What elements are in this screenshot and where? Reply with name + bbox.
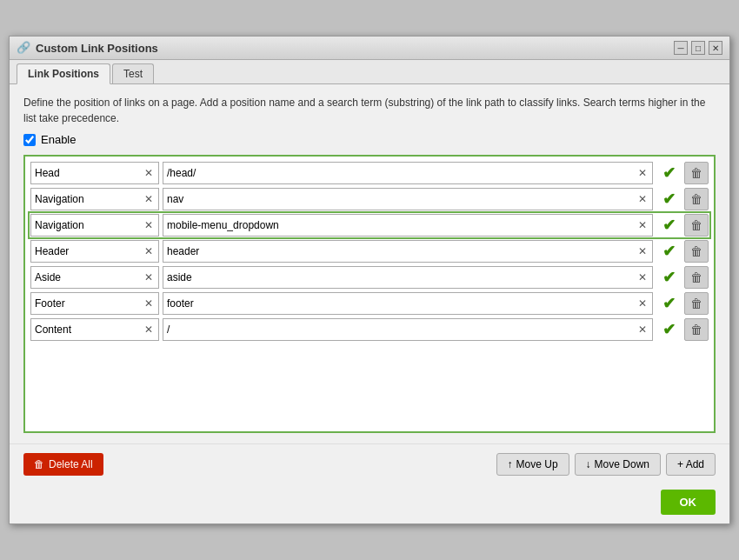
name-input-wrapper: ✕: [30, 162, 159, 184]
delete-row-button[interactable]: 🗑: [684, 266, 709, 289]
confirm-button[interactable]: ✔: [656, 266, 681, 289]
ok-bar: OK: [10, 484, 729, 523]
trash-icon: 🗑: [690, 166, 702, 180]
path-input-wrapper: ✕: [163, 292, 653, 315]
main-window: 🔗 Custom Link Positions ─ □ ✕ Link Posit…: [9, 36, 730, 524]
trash-icon: 🗑: [34, 458, 44, 470]
maximize-button[interactable]: □: [691, 41, 705, 55]
minimize-button[interactable]: ─: [674, 41, 688, 55]
name-input-wrapper: ✕: [30, 240, 159, 263]
delete-row-button[interactable]: 🗑: [684, 292, 709, 315]
move-down-button[interactable]: ↓ Move Down: [575, 453, 661, 476]
table-row: ✕ ✕ ✔ 🗑: [30, 266, 709, 289]
enable-label: Enable: [41, 133, 76, 146]
clear-path-button[interactable]: ✕: [636, 194, 649, 204]
check-icon: ✔: [662, 190, 676, 209]
path-input-wrapper: ✕: [163, 240, 653, 263]
name-input-wrapper: ✕: [30, 214, 159, 237]
table-row: ✕ ✕ ✔ 🗑: [30, 214, 709, 237]
add-button[interactable]: + Add: [666, 453, 716, 476]
name-input[interactable]: [35, 219, 143, 231]
path-input[interactable]: [167, 219, 636, 231]
check-icon: ✔: [662, 320, 676, 339]
name-input-wrapper: ✕: [30, 318, 159, 341]
name-input[interactable]: [35, 323, 143, 336]
title-bar: 🔗 Custom Link Positions ─ □ ✕: [10, 37, 729, 60]
clear-path-button[interactable]: ✕: [636, 168, 649, 178]
path-input[interactable]: [167, 323, 636, 336]
path-input[interactable]: [167, 193, 636, 205]
confirm-button[interactable]: ✔: [656, 240, 681, 263]
clear-path-button[interactable]: ✕: [636, 220, 649, 230]
move-up-button[interactable]: ↑ Move Up: [496, 453, 569, 476]
move-down-label: Move Down: [595, 458, 649, 470]
content-area: Define the position of links on a page. …: [10, 84, 729, 443]
clear-name-button[interactable]: ✕: [143, 220, 155, 230]
tab-link-positions[interactable]: Link Positions: [17, 63, 110, 84]
arrow-up-icon: ↑: [508, 458, 513, 470]
tab-bar: Link Positions Test: [10, 60, 729, 84]
action-buttons: ↑ Move Up ↓ Move Down + Add: [496, 453, 716, 476]
confirm-button[interactable]: ✔: [656, 214, 681, 237]
clear-name-button[interactable]: ✕: [143, 194, 155, 204]
name-input[interactable]: [35, 297, 143, 310]
delete-row-button[interactable]: 🗑: [684, 240, 709, 263]
path-input[interactable]: [167, 297, 636, 310]
window-title: Custom Link Positions: [36, 42, 158, 55]
confirm-button[interactable]: ✔: [656, 318, 681, 341]
clear-name-button[interactable]: ✕: [143, 272, 155, 283]
name-input-wrapper: ✕: [30, 188, 159, 210]
path-input[interactable]: [167, 245, 636, 257]
delete-row-button[interactable]: 🗑: [684, 188, 709, 210]
confirm-button[interactable]: ✔: [656, 162, 681, 184]
clear-name-button[interactable]: ✕: [143, 246, 155, 257]
path-input[interactable]: [167, 271, 636, 283]
confirm-button[interactable]: ✔: [656, 292, 681, 315]
move-up-label: Move Up: [516, 458, 558, 470]
tab-test[interactable]: Test: [112, 63, 154, 83]
delete-all-button[interactable]: 🗑 Delete All: [23, 453, 103, 476]
clear-name-button[interactable]: ✕: [143, 168, 155, 178]
enable-row: Enable: [23, 133, 716, 146]
enable-checkbox[interactable]: [23, 134, 36, 146]
trash-icon: 🗑: [690, 323, 702, 337]
title-controls: ─ □ ✕: [674, 41, 722, 55]
clear-path-button[interactable]: ✕: [636, 324, 649, 335]
delete-row-button[interactable]: 🗑: [684, 162, 709, 184]
path-input-wrapper: ✕: [163, 266, 653, 289]
trash-icon: 🗑: [690, 192, 702, 206]
arrow-down-icon: ↓: [586, 458, 591, 470]
table-row: ✕ ✕ ✔ 🗑: [30, 188, 709, 210]
check-icon: ✔: [662, 268, 676, 287]
add-label: + Add: [677, 458, 704, 470]
ok-button[interactable]: OK: [661, 490, 716, 515]
trash-icon: 🗑: [690, 270, 702, 284]
delete-row-button[interactable]: 🗑: [684, 318, 709, 341]
name-input-wrapper: ✕: [30, 292, 159, 315]
path-input-wrapper: ✕: [163, 188, 653, 210]
bottom-bar: 🗑 Delete All ↑ Move Up ↓ Move Down + Add: [10, 443, 729, 484]
name-input[interactable]: [35, 245, 143, 257]
confirm-button[interactable]: ✔: [656, 188, 681, 210]
clear-path-button[interactable]: ✕: [636, 272, 649, 283]
name-input[interactable]: [35, 193, 143, 205]
table-row: ✕ ✕ ✔ 🗑: [30, 318, 709, 341]
table-row: ✕ ✕ ✔ 🗑: [30, 240, 709, 263]
name-input[interactable]: [35, 271, 143, 283]
name-input[interactable]: [35, 167, 143, 179]
trash-icon: 🗑: [690, 218, 702, 232]
path-input[interactable]: [167, 167, 636, 179]
clear-name-button[interactable]: ✕: [143, 298, 155, 309]
clear-path-button[interactable]: ✕: [636, 246, 649, 257]
check-icon: ✔: [662, 163, 676, 183]
clear-path-button[interactable]: ✕: [636, 298, 649, 309]
close-button[interactable]: ✕: [709, 41, 722, 55]
delete-all-label: Delete All: [49, 458, 93, 470]
name-input-wrapper: ✕: [30, 266, 159, 289]
clear-name-button[interactable]: ✕: [143, 324, 155, 335]
delete-row-button[interactable]: 🗑: [684, 214, 709, 237]
trash-icon: 🗑: [690, 297, 702, 310]
path-input-wrapper: ✕: [163, 318, 653, 341]
path-input-wrapper: ✕: [163, 214, 653, 237]
table-row: ✕ ✕ ✔ 🗑: [30, 292, 709, 315]
